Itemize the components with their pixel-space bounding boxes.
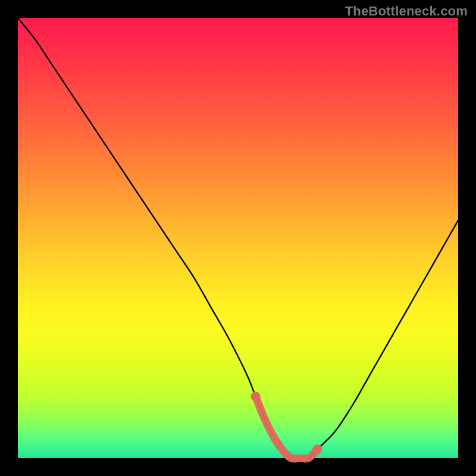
chart-svg xyxy=(0,0,476,476)
watermark-text: TheBottleneck.com xyxy=(345,4,468,19)
chart-container: TheBottleneck.com xyxy=(0,0,476,476)
gradient-background xyxy=(18,18,458,458)
